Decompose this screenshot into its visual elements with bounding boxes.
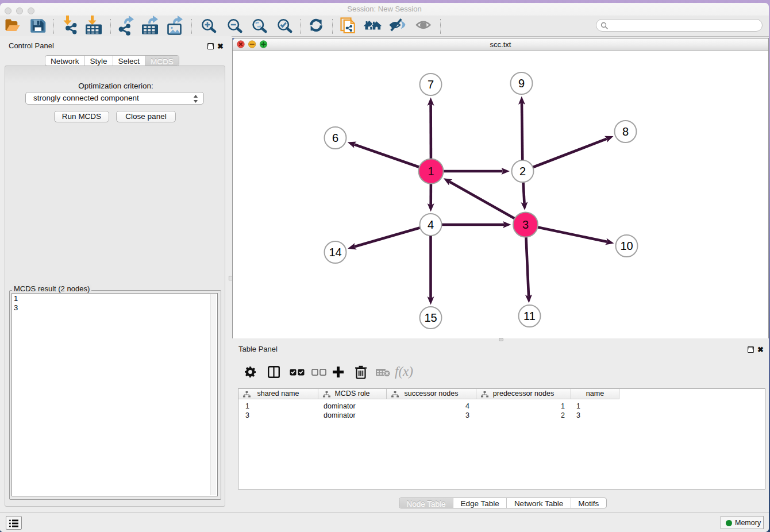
svg-text:2: 2 [519,165,526,178]
svg-text:14: 14 [329,246,341,259]
svg-text:1: 1 [428,165,434,178]
svg-text:4: 4 [428,218,434,231]
svg-text:8: 8 [622,125,629,138]
svg-text:11: 11 [523,310,536,322]
svg-text:7: 7 [428,78,434,91]
svg-text:3: 3 [522,218,529,231]
svg-text:15: 15 [424,311,437,324]
svg-text:9: 9 [518,77,525,90]
svg-text:6: 6 [332,132,338,144]
svg-text:10: 10 [620,240,633,252]
